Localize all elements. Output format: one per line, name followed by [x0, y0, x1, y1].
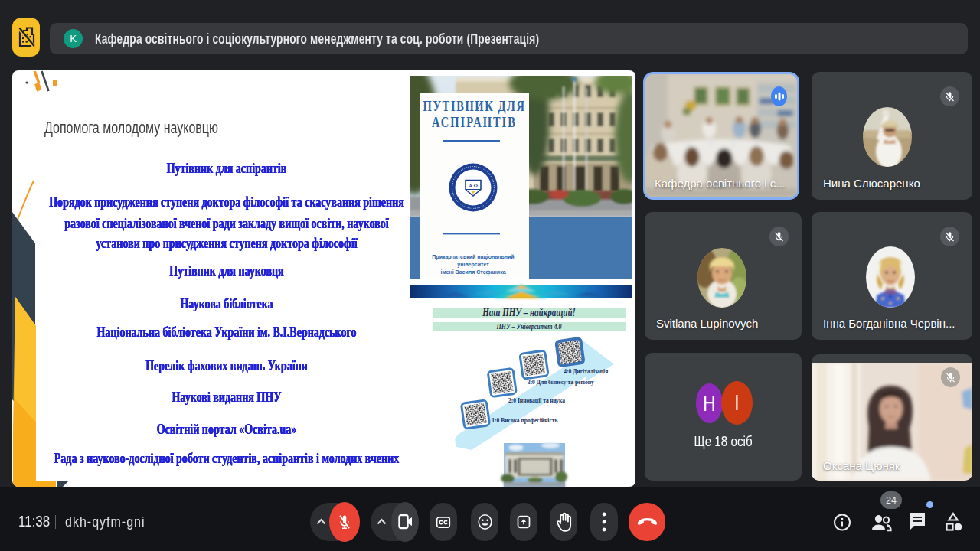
svg-text:Α Ω: Α Ω	[469, 183, 478, 189]
svg-text:імені Василя Стефаника: імені Василя Стефаника	[440, 269, 505, 276]
svg-text:АСПІРАНТІВ: АСПІРАНТІВ	[432, 114, 517, 130]
svg-text:Прикарпатський національний: Прикарпатський національний	[432, 254, 514, 260]
svg-text:4:0 Дигіталізація: 4:0 Дигіталізація	[564, 368, 608, 375]
svg-text:3:0 Для бізнесу та регіону: 3:0 Для бізнесу та регіону	[528, 379, 594, 386]
svg-text:1:0 Висока професійність: 1:0 Висока професійність	[492, 417, 557, 424]
svg-text:університет: університет	[457, 262, 489, 268]
svg-text:ПНУ – Університет 4.0: ПНУ – Університет 4.0	[496, 322, 562, 331]
svg-text:Наш ПНУ – найкращий!: Наш ПНУ – найкращий!	[482, 307, 576, 318]
svg-text:ПУТІВНИК ДЛЯ: ПУТІВНИК ДЛЯ	[423, 98, 526, 114]
svg-text:2:0 Інновації та наука: 2:0 Інновації та наука	[508, 397, 565, 404]
